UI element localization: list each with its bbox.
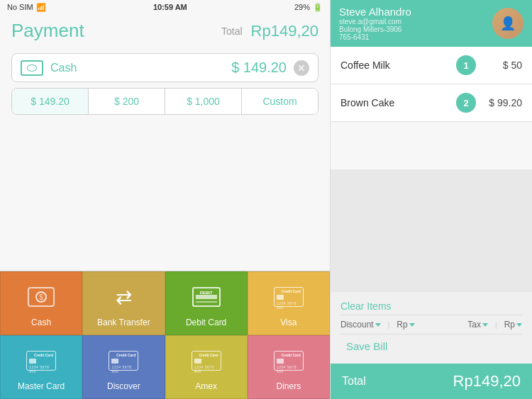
item-name-0: Coffee Milk (340, 60, 449, 71)
battery-icon: 🔋 (313, 3, 323, 12)
tax-chevron-icon (482, 323, 488, 327)
rp-tax-select[interactable]: Rp (504, 320, 522, 330)
user-name: Steve Alhandro (339, 6, 492, 18)
visa-method-icon: Credit Card 1234 5678 900 (267, 282, 310, 312)
amex-number: 1234 5678 900 (194, 365, 218, 373)
order-item-1: Brown Cake 2 $ 99.20 (331, 84, 532, 122)
transfer-arrows-icon: ⇄ (116, 286, 132, 309)
cash-method-label: Cash (31, 317, 51, 327)
diners-method-label: Diners (277, 381, 301, 391)
cash-input-box: Cash $ 149.20 ✕ (11, 53, 318, 82)
visa-card-icon: Credit Card 1234 5678 900 (274, 287, 304, 307)
disc-credit-label: Credit Card (116, 353, 135, 357)
discount-tax-row: Discount | Rp Tax | Rp (340, 315, 522, 334)
order-item-0: Coffee Milk 1 $ 50 (331, 47, 532, 84)
right-total-amount: Rp149,20 (453, 372, 521, 390)
amex-credit-top: Credit Card (194, 353, 218, 357)
item-price-0: $ 50 (483, 60, 522, 71)
visa-credit-top: Credit Card (277, 289, 301, 293)
mc-chip-icon (29, 359, 36, 364)
user-address: Bulong Millers-3906 (339, 26, 492, 33)
right-actions: Clear Items Discount | Rp Tax | Rp Save … (331, 292, 532, 364)
payment-method-cash[interactable]: Cash (0, 271, 82, 335)
payment-header: Payment Total Rp149,20 (0, 14, 330, 46)
disc-number: 1234 5678 900 (111, 365, 135, 373)
user-header: Steve Alhandro steve.a@gmail.com Bulong … (331, 0, 532, 47)
amex-card-icon: Credit Card 1234 5678 900 (192, 351, 221, 371)
payment-method-discover[interactable]: Credit Card 1234 5678 900 Discover (82, 335, 165, 399)
rp-tax-chevron-icon (516, 323, 522, 327)
din-number: 1234 5678 900 (277, 365, 301, 373)
tax-select[interactable]: Tax (467, 320, 488, 330)
discount-chevron-icon (375, 323, 381, 327)
mastercard-method-label: Master Card (18, 381, 65, 391)
clear-input-button[interactable]: ✕ (294, 60, 309, 76)
avatar: 👤 (492, 8, 523, 39)
save-bill-button[interactable]: Save Bill (340, 334, 522, 358)
payment-method-diners[interactable]: Credit Card 1234 5678 900 Diners (248, 335, 330, 399)
din-credit-label: Credit Card (282, 353, 301, 357)
payment-methods-grid: Cash ⇄ Bank Transfer DEBIT Debit Card (0, 271, 330, 399)
payment-method-visa[interactable]: Credit Card 1234 5678 900 Visa (248, 271, 330, 335)
disc-chip-icon (111, 359, 118, 364)
middle-space (0, 122, 330, 271)
quick-amount-1[interactable]: $ 200 (89, 89, 165, 114)
right-total-label: Total (342, 375, 366, 388)
amex-chip-icon (194, 359, 201, 364)
cash-method-icon (20, 282, 62, 312)
payment-method-transfer[interactable]: ⇄ Bank Transfer (82, 271, 165, 335)
cash-label: Cash (50, 62, 224, 74)
discount-select[interactable]: Discount (340, 320, 381, 330)
item-name-1: Brown Cake (340, 97, 449, 108)
payment-method-amex[interactable]: Credit Card 1234 5678 900 Amex (165, 335, 248, 399)
order-items: Coffee Milk 1 $ 50 Brown Cake 2 $ 99.20 (331, 47, 532, 169)
item-qty-0: 1 (456, 55, 476, 75)
cash-icon (21, 60, 43, 76)
visa-method-label: Visa (280, 317, 297, 327)
cash-circle-icon (35, 291, 47, 303)
right-total-bar: Total Rp149,20 (331, 364, 532, 399)
debit-line-icon (196, 301, 217, 303)
amex-credit-label: Credit Card (199, 353, 218, 357)
diners-card-icon: Credit Card 1234 5678 900 (274, 351, 304, 371)
item-price-1: $ 99.20 (483, 97, 522, 108)
user-info: Steve Alhandro steve.a@gmail.com Bulong … (339, 6, 492, 41)
right-panel: Steve Alhandro steve.a@gmail.com Bulong … (330, 0, 532, 399)
status-bar: No SIM 📶 10:59 AM 29% 🔋 (0, 0, 330, 14)
total-amount: Rp149,20 (251, 22, 318, 40)
rp-discount-label: Rp (397, 320, 407, 330)
quick-amount-custom[interactable]: Custom (242, 89, 318, 114)
rp-tax-label: Rp (504, 320, 515, 330)
mc-credit-top: Credit Card (29, 353, 53, 357)
rp-discount-select[interactable]: Rp (397, 320, 414, 330)
mc-credit-label: Credit Card (34, 353, 53, 357)
no-sim-text: No SIM (7, 3, 33, 11)
payment-method-mastercard[interactable]: Credit Card 1234 5678 900 Master Card (0, 335, 82, 399)
amex-method-icon: Credit Card 1234 5678 900 (185, 346, 228, 376)
clear-items-button[interactable]: Clear Items (340, 298, 522, 315)
status-carrier: No SIM 📶 (7, 3, 46, 12)
user-email: steve.a@gmail.com (339, 18, 492, 26)
rp-discount-chevron-icon (409, 323, 415, 327)
discover-card-icon: Credit Card 1234 5678 900 (109, 351, 138, 371)
wifi-icon: 📶 (36, 3, 46, 12)
debit-card-icon: DEBIT (192, 287, 221, 307)
battery-text: 29% (294, 3, 310, 11)
din-credit-top: Credit Card (277, 353, 301, 357)
tax-label: Tax (467, 320, 481, 330)
right-spacer (331, 169, 532, 292)
debit-stripe-icon (196, 295, 217, 299)
discover-method-label: Discover (107, 381, 140, 391)
transfer-method-icon: ⇄ (102, 282, 145, 312)
quick-amount-2[interactable]: $ 1,000 (165, 89, 242, 114)
cash-input-area: Cash $ 149.20 ✕ $ 149.20 $ 200 $ 1,000 C… (0, 46, 330, 122)
mastercard-method-icon: Credit Card 1234 5678 900 (20, 346, 62, 376)
payment-title: Payment (11, 20, 84, 42)
visa-chip-icon (277, 295, 284, 300)
left-panel: No SIM 📶 10:59 AM 29% 🔋 Payment Total Rp… (0, 0, 330, 399)
debit-method-label: Debit Card (186, 317, 226, 327)
payment-method-debit[interactable]: DEBIT Debit Card (165, 271, 248, 335)
quick-amount-0[interactable]: $ 149.20 (12, 89, 89, 114)
transfer-method-label: Bank Transfer (97, 317, 150, 327)
diners-method-icon: Credit Card 1234 5678 900 (267, 346, 310, 376)
